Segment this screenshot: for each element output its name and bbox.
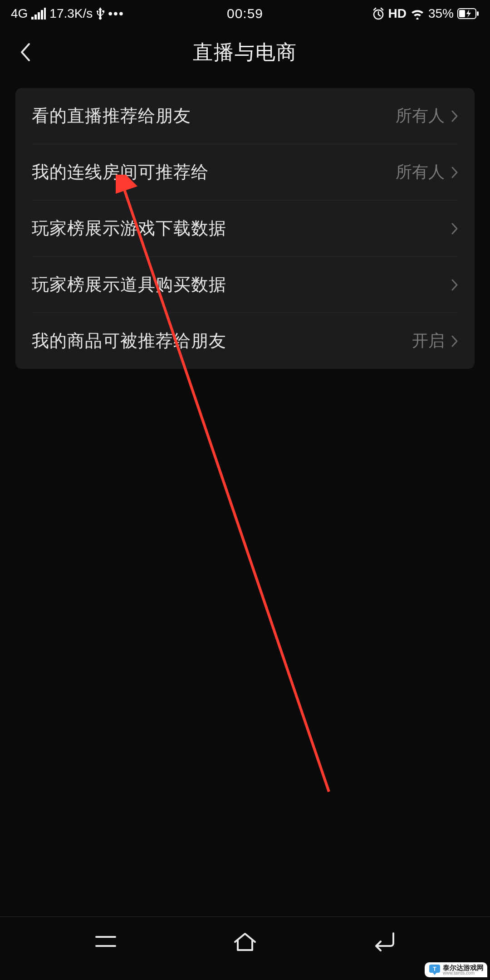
setting-value: 开启 <box>412 330 445 352</box>
system-nav-bar <box>0 916 490 966</box>
svg-rect-0 <box>31 17 34 20</box>
content: 看的直播推荐给朋友 所有人 我的连线房间可推荐给 所有人 玩家榜展示游戏下载数据 <box>0 77 490 369</box>
svg-rect-7 <box>459 10 465 17</box>
watermark-sub: www.tairds.com <box>443 971 484 975</box>
more-icon: ••• <box>108 6 124 21</box>
setting-value: 所有人 <box>396 105 445 127</box>
chevron-left-icon <box>19 42 31 62</box>
battery-icon <box>457 8 479 19</box>
setting-label: 我的连线房间可推荐给 <box>32 161 209 184</box>
hd-label: HD <box>388 6 407 21</box>
signal-icon <box>31 8 46 20</box>
chevron-right-icon <box>451 279 458 291</box>
svg-text:T: T <box>433 966 436 972</box>
page-title: 直播与电商 <box>193 39 297 66</box>
alarm-icon <box>372 7 385 20</box>
setting-live-recommend-friends[interactable]: 看的直播推荐给朋友 所有人 <box>15 88 475 144</box>
chevron-right-icon <box>451 222 458 235</box>
setting-right: 开启 <box>412 330 458 352</box>
setting-connect-room-recommend[interactable]: 我的连线房间可推荐给 所有人 <box>15 144 475 200</box>
setting-value: 所有人 <box>396 161 445 183</box>
menu-icon <box>93 932 118 951</box>
status-left: 4G 17.3K/s ••• <box>11 6 124 21</box>
setting-player-rank-item-purchase[interactable]: 玩家榜展示道具购买数据 <box>15 257 475 313</box>
battery-percent: 35% <box>428 6 454 21</box>
svg-rect-4 <box>44 8 46 20</box>
svg-rect-8 <box>477 11 479 16</box>
chevron-right-icon <box>451 166 458 179</box>
watermark: T 泰尔达游戏网 www.tairds.com <box>425 962 487 977</box>
back-button[interactable] <box>14 41 36 64</box>
home-icon <box>231 931 259 952</box>
setting-right <box>445 222 458 235</box>
settings-card: 看的直播推荐给朋友 所有人 我的连线房间可推荐给 所有人 玩家榜展示游戏下载数据 <box>15 88 475 369</box>
watermark-name: 泰尔达游戏网 <box>443 964 484 971</box>
chevron-right-icon <box>451 335 458 348</box>
setting-product-recommend-friends[interactable]: 我的商品可被推荐给朋友 开启 <box>15 313 475 369</box>
svg-rect-2 <box>38 12 40 20</box>
setting-label: 我的商品可被推荐给朋友 <box>32 329 226 353</box>
chevron-right-icon <box>451 110 458 122</box>
nav-back-button[interactable] <box>353 931 416 951</box>
setting-right: 所有人 <box>396 161 458 183</box>
setting-right: 所有人 <box>396 105 458 127</box>
setting-player-rank-download[interactable]: 玩家榜展示游戏下载数据 <box>15 201 475 256</box>
status-right: HD 35% <box>372 6 480 21</box>
watermark-logo-icon: T <box>428 965 441 975</box>
back-icon <box>372 931 397 951</box>
status-time: 00:59 <box>227 6 263 21</box>
nav-home-button[interactable] <box>213 931 277 952</box>
setting-label: 看的直播推荐给朋友 <box>32 104 191 127</box>
setting-right <box>445 279 458 291</box>
nav-menu-button[interactable] <box>74 932 137 951</box>
wifi-icon <box>410 8 425 20</box>
svg-rect-3 <box>41 10 43 20</box>
data-speed: 17.3K/s <box>49 6 93 21</box>
usb-icon <box>96 7 104 20</box>
app-header: 直播与电商 <box>0 27 490 77</box>
network-type: 4G <box>11 6 28 21</box>
setting-label: 玩家榜展示游戏下载数据 <box>32 217 226 240</box>
setting-label: 玩家榜展示道具购买数据 <box>32 273 226 296</box>
svg-rect-1 <box>34 15 37 20</box>
status-bar: 4G 17.3K/s ••• 00:59 HD 35% <box>0 0 490 27</box>
